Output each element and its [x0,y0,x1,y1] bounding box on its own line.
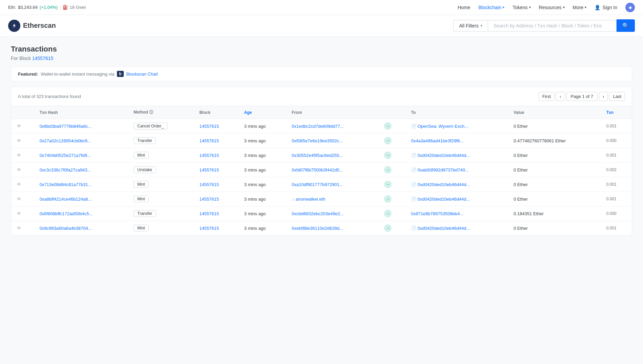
from-address[interactable]: 0xcbd6832ebc203e49e2... [292,211,344,216]
value-cell: 0.477482760778061 Ether [508,134,601,148]
txn-hash-link[interactable]: 0x8bd3ba97776b846a6c... [40,124,92,129]
method-badge: Transfer [134,210,156,217]
block-link[interactable]: 14557615 [199,226,219,231]
direction-arrow: → [384,195,391,203]
logo[interactable]: Etherscan [8,20,56,32]
blockchain-chevron: ▾ [503,5,504,9]
col-value: Value [508,106,601,119]
txn-fee-cell: 0.000 [601,134,632,148]
block-link[interactable]: 14557615 [199,197,219,202]
block-link[interactable]: 14557615 [199,182,219,187]
nav-home[interactable]: Home [458,5,470,10]
txn-hash-link[interactable]: 0xc3c336c7f0fa27ca943... [40,167,91,173]
prev-page-button[interactable]: ‹ [556,92,565,101]
from-address[interactable]: 0x30552e4f95ac6ed255... [292,153,343,158]
col-arrow [379,106,405,119]
blockscan-link[interactable]: Blockscan Chat! [126,72,158,77]
sign-in-button[interactable]: 👤 Sign In [595,5,617,10]
table-row: 👁0x7404d0525e271a7fd9...Mint145576153 mi… [11,148,632,163]
eye-icon[interactable]: 👁 [17,138,21,143]
from-address[interactable]: 0x1edbc2cd7de609dd77... [292,124,344,129]
age-cell: 3 mins ago [239,192,286,206]
value-cell: 0 Ether [508,119,601,134]
first-page-button[interactable]: First [539,92,555,101]
search-input[interactable] [488,20,617,32]
next-page-button[interactable]: › [599,92,608,101]
contract-icon: 📄 [411,167,416,172]
tokens-chevron: ▾ [529,5,531,9]
block-link[interactable]: 14557615 [199,211,219,216]
txn-fee-cell: 0.001 [601,221,632,236]
nav-resources[interactable]: Resources ▾ [539,5,565,10]
filter-button[interactable]: All Filters ▾ [453,20,488,32]
age-cell: 3 mins ago [239,163,286,177]
eye-icon[interactable]: 👁 [17,211,21,216]
col-block: Block [194,106,239,119]
value-cell: 0.184351 Ether [508,206,601,221]
from-address[interactable]: 0xa10df901777b972901... [292,182,343,187]
direction-arrow: → [384,151,391,159]
diamond-icon: ◇ [292,197,295,201]
nav-more[interactable]: More ▾ [573,5,587,10]
value-cell: 0 Ether [508,192,601,206]
transactions-table: Txn Hash Method ⓘ Block Age From To Valu… [11,106,632,235]
contract-icon: 📄 [411,226,416,230]
to-address[interactable]: 📄0xd0420ded10eb46d44d... [411,197,503,202]
table-row: 👁0xc3c336c7f0fa27ca943...Unstake14557615… [11,163,632,177]
eye-icon[interactable]: 👁 [17,167,21,173]
txn-hash-link[interactable]: 0xa8bff4214ce46b124a8... [40,197,92,202]
from-address[interactable]: 0xf085e7e6e19ee3502c... [292,138,343,143]
txn-hash-link[interactable]: 0x7404d0525e271a7fd9... [40,153,91,158]
col-txn-hash: Txn Hash [34,106,128,119]
direction-arrow: → [384,210,391,217]
last-page-button[interactable]: Last [609,92,625,101]
nav-tokens[interactable]: Tokens ▾ [513,5,530,10]
eth-diamond-icon: ◆ [625,3,635,12]
method-badge: Mint [134,196,149,202]
block-link[interactable]: 14557615 [199,153,219,158]
to-address[interactable]: 📄OpenSea: Wyvern Exch... [411,124,503,129]
featured-text: Wallet-to-wallet instant messaging via [41,72,114,77]
eye-icon[interactable]: 👁 [17,196,21,202]
col-from: From [286,106,379,119]
txn-hash-link[interactable]: 0x9c983a60a6a4b38704... [40,226,92,231]
to-address[interactable]: 0x4a3a496ad41be3f29f8... [411,138,503,143]
search-button[interactable]: 🔍 [617,19,635,32]
eye-icon[interactable]: 👁 [17,123,21,129]
nav-blockchain[interactable]: Blockchain ▾ [479,5,505,10]
contract-icon: 📄 [411,153,416,158]
to-address[interactable]: 📄0xab93f992d9737bd740... [411,167,503,173]
eye-icon[interactable]: 👁 [17,225,21,231]
to-address[interactable]: 📄0xd0420ded10eb46d44d... [411,226,503,231]
from-address[interactable]: ◇ anonwalker.eth [292,197,325,202]
age-cell: 3 mins ago [239,119,286,134]
from-address[interactable]: 0xfd07f8b7500b3f442d5... [292,167,343,173]
user-icon: 👤 [595,5,600,10]
blockscan-badge: b [117,71,123,77]
filter-chevron: ▾ [481,24,482,27]
txn-hash-link[interactable]: 0x27a02c128954cb0bc6... [40,138,92,143]
block-number-link[interactable]: 14557615 [32,56,53,61]
eye-icon[interactable]: 👁 [17,182,21,187]
direction-arrow: → [384,224,391,232]
block-link[interactable]: 14557615 [199,167,219,173]
method-badge: Mint [134,181,149,188]
age-cell: 3 mins ago [239,148,286,163]
separator: | [60,5,61,10]
age-cell: 3 mins ago [239,221,286,236]
from-address[interactable]: 0xebf88e36110e2d628d... [292,226,343,231]
table-info: A total of 323 transactions found [18,94,81,99]
txn-hash-link[interactable]: 0x713e08d84c81a77b31... [40,182,92,187]
txn-fee-cell: 0.001 [601,119,632,134]
gas-value: 18 Gwei [69,5,86,10]
method-badge: Mint [134,152,149,159]
to-address[interactable]: 📄0xd0420ded10eb46d44d... [411,153,503,158]
to-address[interactable]: 0x871e8b789753508eb4... [411,211,503,216]
method-badge: Unstake [134,166,156,173]
txn-hash-link[interactable]: 0x6f808bffc172ad50b4c5... [40,211,93,216]
block-link[interactable]: 14557615 [199,124,219,129]
block-link[interactable]: 14557615 [199,138,219,143]
eye-icon[interactable]: 👁 [17,153,21,158]
to-address[interactable]: 📄0xd0420ded10eb46d44d... [411,182,503,187]
eth-label: Eth: [8,5,16,10]
